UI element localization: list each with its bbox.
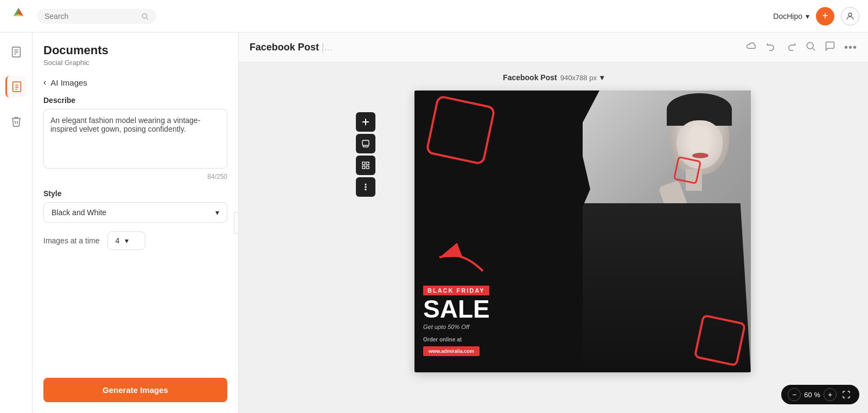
plus-button[interactable]: + [816, 7, 834, 25]
canvas-area: Facebook Post |... [239, 33, 868, 413]
diamond-bottom-right [693, 314, 746, 366]
diamond-earring [673, 156, 701, 184]
website-label: www.admiralia.com [423, 346, 480, 356]
toolbar-right: ••• [746, 41, 857, 54]
svg-rect-18 [366, 166, 369, 169]
panel-title: Documents [43, 43, 227, 57]
zoom-out-button[interactable]: − [788, 388, 801, 401]
dropdown-chevron-icon: ▾ [215, 208, 219, 217]
fb-post-canvas[interactable]: BLACK FRIDAY SALE Get upto 50% Off Order… [414, 91, 751, 372]
diamond-top-left [425, 95, 496, 165]
describe-textarea[interactable]: An elegant fashion model wearing a vinta… [43, 109, 227, 169]
back-arrow-icon: ‹ [43, 78, 46, 87]
collapse-panel-handle[interactable]: ‹ [234, 212, 239, 234]
count-value: 4 [116, 236, 120, 245]
panel-content: Describe An elegant fashion model wearin… [33, 96, 238, 413]
char-count: 84/250 [43, 173, 227, 180]
chevron-down-icon: ▾ [806, 12, 809, 21]
canvas-content: Facebook Post 940x788 px ▾ [239, 62, 868, 413]
user-icon[interactable] [841, 7, 859, 25]
dochipo-label: DocHipo [773, 12, 802, 21]
left-panel: Documents Social Graphic ‹ AI Images Des… [33, 33, 239, 413]
svg-point-1 [142, 14, 146, 18]
black-friday-label: BLACK FRIDAY [423, 286, 489, 295]
zoom-level: 60 % [804, 391, 820, 399]
describe-label: Describe [43, 96, 227, 105]
images-at-time-label: Images at a time [43, 236, 100, 245]
off-label: Get upto 50% Off [423, 324, 585, 330]
search-icon [141, 12, 149, 21]
sidebar-item-editor[interactable] [5, 76, 27, 98]
zoom-bar: − 60 % + [781, 385, 859, 404]
count-dropdown[interactable]: 4 ▾ [107, 231, 145, 250]
comments-icon[interactable] [825, 41, 835, 54]
generate-images-button[interactable]: Generate Images [43, 378, 227, 402]
svg-point-20 [365, 186, 366, 188]
undo-icon[interactable] [766, 41, 777, 54]
canvas-text-area: BLACK FRIDAY SALE Get upto 50% Off Order… [423, 285, 585, 356]
layers-tool[interactable] [356, 134, 375, 153]
redo-icon[interactable] [786, 41, 796, 54]
more-options-icon[interactable]: ••• [844, 41, 857, 54]
svg-point-9 [807, 42, 813, 49]
style-label: Style [43, 189, 227, 198]
svg-rect-13 [362, 140, 369, 145]
add-tool[interactable] [356, 112, 375, 132]
svg-rect-8 [13, 82, 21, 92]
style-dropdown[interactable]: Black and White ▾ [43, 202, 227, 223]
canvas-size-label: Facebook Post 940x788 px ▾ [503, 73, 604, 82]
svg-line-2 [146, 17, 148, 19]
topbar: DocHipo ▾ + [0, 0, 868, 33]
main-layout: Documents Social Graphic ‹ AI Images Des… [0, 33, 868, 413]
fullscreen-button[interactable] [840, 388, 853, 401]
canvas-size-value: 940x788 px [560, 74, 597, 82]
canvas-type-label: Facebook Post [503, 73, 557, 82]
svg-point-19 [365, 184, 366, 185]
zoom-in-button[interactable]: + [824, 388, 837, 401]
vertical-tools [356, 112, 375, 197]
doc-title: Facebook Post |... [250, 42, 333, 53]
search-input[interactable] [44, 12, 137, 21]
canvas-size-chevron: ▾ [600, 73, 604, 82]
svg-point-3 [848, 13, 852, 16]
app-logo[interactable] [9, 5, 28, 27]
svg-point-21 [365, 189, 366, 190]
dochipo-menu[interactable]: DocHipo ▾ [773, 12, 809, 21]
style-value: Black and White [52, 208, 106, 217]
images-at-time-row: Images at a time 4 ▾ [43, 231, 227, 250]
icon-sidebar [0, 33, 33, 413]
grid-tool[interactable] [356, 156, 375, 175]
count-chevron-icon: ▾ [125, 236, 129, 245]
sale-label: SALE [423, 296, 585, 321]
svg-rect-17 [362, 166, 365, 169]
svg-rect-16 [366, 162, 369, 165]
cloud-save-icon[interactable] [746, 41, 757, 54]
canvas-toolbar: Facebook Post |... [239, 33, 868, 62]
sidebar-item-documents[interactable] [5, 41, 27, 63]
style-section: Style Black and White ▾ [43, 189, 227, 223]
order-label: Order online at [423, 337, 585, 343]
svg-rect-15 [362, 162, 365, 165]
search-box[interactable] [37, 9, 156, 24]
ai-images-nav[interactable]: ‹ AI Images [33, 72, 238, 96]
panel-header: Documents Social Graphic [33, 33, 238, 72]
more-tools[interactable] [356, 177, 375, 197]
ai-images-label: AI Images [50, 78, 87, 87]
search-canvas-icon[interactable] [805, 41, 816, 54]
topbar-right: DocHipo ▾ + [773, 7, 859, 25]
svg-line-10 [813, 48, 815, 50]
panel-subtitle: Social Graphic [43, 59, 227, 67]
svg-rect-14 [363, 145, 368, 147]
sidebar-item-trash[interactable] [5, 111, 27, 132]
